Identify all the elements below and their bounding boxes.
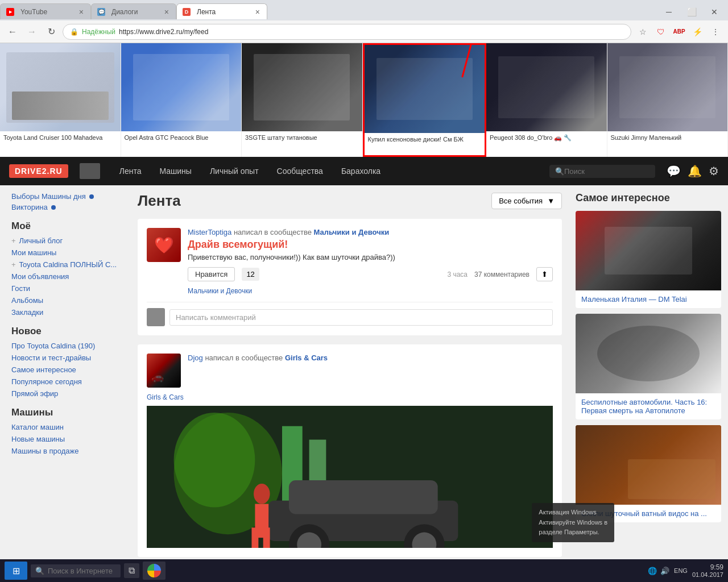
sidebar-item-interesting[interactable]: Самое интересное <box>11 365 124 374</box>
sidebar-item-new-cars[interactable]: Новые машины <box>11 435 124 443</box>
more-button[interactable]: ⋮ <box>708 24 723 40</box>
post1-comment-input[interactable]: Написать комментарий <box>169 309 553 326</box>
lenta-tab-close[interactable]: × <box>254 7 261 16</box>
windows-activation-overlay: Активация Windows Активируйте Windows в … <box>532 503 614 542</box>
nav-link-mashiny[interactable]: Машины <box>156 164 195 178</box>
strip-item-4[interactable]: Peugeot 308 do_O'bro 🚗 🔧 <box>486 43 607 157</box>
sidebar-dot-vybory <box>89 194 94 199</box>
post1-comments[interactable]: 37 комментариев <box>474 271 530 278</box>
messages-icon[interactable]: 💬 <box>667 164 681 178</box>
youtube-tab-close[interactable]: × <box>78 7 85 16</box>
post2-author-link[interactable]: Djog <box>188 354 203 362</box>
svg-point-2 <box>174 413 255 508</box>
address-bar[interactable]: 🔒 Надёжный https://www.drive2.ru/my/feed <box>63 24 631 40</box>
network-icon[interactable]: 🌐 <box>648 567 657 573</box>
volume-icon[interactable]: 🔊 <box>660 567 669 573</box>
sidebar-item-popular[interactable]: Популярное сегодня <box>11 377 124 386</box>
tab-dialogi[interactable]: 💬 Диалоги × <box>91 3 176 19</box>
start-button[interactable]: ⊞ <box>5 562 27 573</box>
post1-author-link[interactable]: MisterToptiga <box>188 228 231 236</box>
taskview-button[interactable]: ⧉ <box>124 563 139 573</box>
nav-link-opyt[interactable]: Личный опыт <box>206 164 262 178</box>
sidebar-item-pro-toyota[interactable]: Про Toyota Caldina (190) <box>11 342 124 350</box>
right-card-2-title[interactable]: Беспилотные автомобили. Часть 16: Первая… <box>576 393 721 419</box>
right-card-1-title[interactable]: Маленькая Италия — DM Telai <box>576 290 721 308</box>
notifications-icon[interactable]: 🔔 <box>688 164 702 178</box>
close-button[interactable]: ✕ <box>703 4 726 20</box>
post1-avatar: ❤️ <box>147 228 181 262</box>
sidebar-item-vybory[interactable]: Выборы Машины дня <box>11 192 124 201</box>
post1-like-button[interactable]: Нравится <box>188 267 235 281</box>
language-indicator[interactable]: ENG <box>674 567 688 573</box>
maximize-button[interactable]: ⬜ <box>680 4 703 20</box>
sidebar-item-blog[interactable]: + Личный блог <box>11 236 124 245</box>
search-input[interactable] <box>564 167 650 176</box>
image-strip: Toyota Land Cruiser 100 Mahadeva Opel As… <box>0 43 728 157</box>
filter-dropdown[interactable]: Все события ▼ <box>491 193 562 209</box>
post1-share-button[interactable]: ⬆ <box>536 267 553 281</box>
post1-like-count: 12 <box>242 268 259 281</box>
post2-community-link[interactable]: Girls & Cars <box>285 354 328 362</box>
back-button[interactable]: ← <box>5 24 20 40</box>
strip-item-3[interactable]: Купил ксеноновые диски! См БЖ <box>363 43 487 157</box>
bookmark-button[interactable]: ☆ <box>635 24 651 40</box>
nav-link-lenta[interactable]: Лента <box>116 164 145 178</box>
strip-image-0 <box>0 43 121 131</box>
settings-icon[interactable]: ⚙ <box>709 164 719 178</box>
nav-link-soob[interactable]: Сообщества <box>274 164 326 178</box>
tab-youtube[interactable]: YouTube × <box>0 3 91 19</box>
taskbar-search[interactable]: 🔍 <box>31 564 121 573</box>
strip-item-5[interactable]: Suzuki Jimny Маленький <box>607 43 729 157</box>
sidebar-item-machines[interactable]: Мои машины <box>11 248 124 257</box>
post1-comment-bar: Написать комментарий <box>147 302 553 326</box>
windows-icon: ⊞ <box>13 566 20 573</box>
post1-title[interactable]: Драйв всемогущий! <box>188 239 553 251</box>
sidebar-item-news[interactable]: Новости и тест-драйвы <box>11 354 124 362</box>
forward-button[interactable]: → <box>24 24 40 40</box>
sidebar-item-guests[interactable]: Гости <box>11 284 124 293</box>
sidebar-item-ads[interactable]: Мои объявления <box>11 272 124 281</box>
taskbar-search-input[interactable] <box>48 567 116 573</box>
ext-shield-button[interactable]: 🛡 <box>653 24 669 40</box>
sidebar-item-toyota[interactable]: + Toyota Caldina ПОЛНЫЙ С... <box>11 260 124 269</box>
nav-search-box[interactable]: 🔍 <box>549 165 655 178</box>
taskbar-date: 01.04.2017 <box>692 571 723 573</box>
sidebar-label-live: Прямой эфир <box>11 389 58 398</box>
post1-community-tag[interactable]: Мальчики и Девочки <box>188 287 553 295</box>
strip-caption-2: 3SGTE штату титановые <box>242 131 362 157</box>
sidebar-item-live[interactable]: Прямой эфир <box>11 389 124 398</box>
dialogi-tab-close[interactable]: × <box>163 7 170 16</box>
chrome-taskbar-btn[interactable] <box>143 562 166 573</box>
sidebar-item-viktorina[interactable]: Викторина <box>11 203 124 211</box>
tab-lenta[interactable]: D Лента × <box>176 3 267 19</box>
right-sidebar-title: Самое интересное <box>576 192 721 204</box>
taskbar-time: 9:59 <box>692 563 723 571</box>
sidebar-item-bookmarks[interactable]: Закладки <box>11 308 124 317</box>
site-logo[interactable]: DRIVE2.RU <box>9 164 68 178</box>
strip-item-2[interactable]: 3SGTE штату титановые <box>242 43 363 157</box>
sidebar-item-catalog[interactable]: Каталог машин <box>11 423 124 431</box>
post2-community-tag[interactable]: Girls & Cars <box>147 393 553 401</box>
ext-abp-button[interactable]: ABP <box>671 24 687 40</box>
sidebar-label-new-cars: Новые машины <box>11 435 65 443</box>
right-card-1[interactable]: Маленькая Италия — DM Telai <box>576 211 721 308</box>
post2-image[interactable] <box>147 406 553 548</box>
strip-item-0[interactable]: Toyota Land Cruiser 100 Mahadeva <box>0 43 121 157</box>
ext-button[interactable]: ⚡ <box>689 24 705 40</box>
reload-button[interactable]: ↻ <box>43 24 59 40</box>
sidebar-label-bookmarks: Закладки <box>11 308 43 317</box>
post1-actions: Нравится 12 3 часа 37 комментариев ⬆ <box>188 267 553 281</box>
sidebar-item-albums[interactable]: Альбомы <box>11 296 124 305</box>
sidebar-label-vybory: Выборы Машины дня <box>11 192 86 201</box>
nav-link-barax[interactable]: Барахолка <box>338 164 384 178</box>
minimize-button[interactable]: ─ <box>657 4 680 20</box>
post1-community-link[interactable]: Мальчики и Девочки <box>314 228 390 236</box>
right-card-2[interactable]: Беспилотные автомобили. Часть 16: Первая… <box>576 314 721 419</box>
sidebar-label-popular: Популярное сегодня <box>11 377 82 386</box>
sidebar-item-cars-sale[interactable]: Машины в продаже <box>11 447 124 455</box>
sidebar-label-cars-sale: Машины в продаже <box>11 447 79 455</box>
sidebar-label-guests: Гости <box>11 284 30 293</box>
sidebar-label-toyota: Toyota Caldina ПОЛНЫЙ С... <box>19 260 117 269</box>
search-icon: 🔍 <box>555 167 564 176</box>
strip-item-1[interactable]: Opel Astra GTC Peacock Blue <box>121 43 242 157</box>
